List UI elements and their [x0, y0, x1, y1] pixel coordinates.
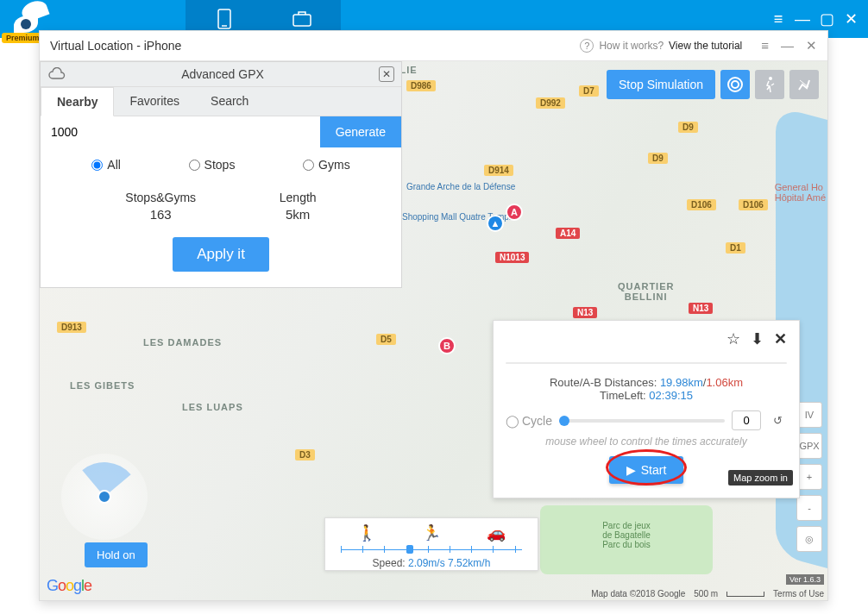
route-mode-icon[interactable] — [789, 70, 819, 99]
speed-mode-icons: 🚶 🏃 🚗 — [334, 523, 529, 542]
road-n13a: N13 — [573, 307, 597, 318]
cycle-slider[interactable] — [559, 419, 725, 423]
map-terms-link[interactable]: Terms of Use — [773, 589, 824, 598]
stop-simulation-button[interactable]: Stop Simulation — [607, 70, 715, 99]
route-close-icon[interactable]: ✕ — [774, 329, 787, 348]
map-copyright: Map data ©2018 Google — [591, 589, 685, 598]
vl-title: Virtual Location - iPhone — [50, 39, 181, 53]
map-pin-current: ▲ — [487, 215, 504, 232]
tab-favorites[interactable]: Favorites — [114, 87, 195, 116]
radio-stops[interactable]: Stops — [189, 158, 236, 172]
label-les-damades: LES DAMADES — [143, 337, 222, 348]
route-distances: Route/A-B Distances: 19.98km/1.06km — [506, 376, 787, 389]
zoom-in-tooltip: Map zoom in — [728, 470, 793, 486]
road-d5: D5 — [376, 334, 396, 345]
road-d9b: D9 — [648, 153, 668, 164]
poi-grande-arche: Grande Arche de la Défense — [406, 182, 515, 191]
tab-nearby[interactable]: Nearby — [41, 87, 114, 116]
version-badge: Ver 1.6.3 — [786, 574, 824, 585]
stopsgyms-label: Stops&Gyms — [125, 191, 196, 204]
top-controls: Stop Simulation — [607, 70, 819, 99]
cycle-row: ◯Cycle ↺ — [506, 410, 787, 430]
vl-menu-icon[interactable]: ≡ — [761, 38, 769, 53]
direction-radar[interactable] — [61, 454, 148, 540]
stopsgyms-value: 163 — [125, 207, 196, 222]
gpx-panel: Advanced GPX ✕ Nearby Favorites Search G… — [40, 61, 402, 288]
virtual-location-window: Virtual Location - iPhone ? How it works… — [39, 30, 828, 601]
vl-help-area: ? How it works? View the tutorial ≡ — ✕ — [580, 38, 817, 53]
cycle-ab-icon[interactable]: ↺ — [768, 414, 787, 427]
gpx-title: Advanced GPX — [66, 67, 379, 81]
road-d3: D3 — [295, 449, 315, 460]
map-park: Parc de jeux de Bagatelle Parc du bois — [540, 505, 713, 574]
app-close-icon[interactable]: ✕ — [839, 0, 863, 38]
svg-rect-2 — [293, 15, 311, 26]
tutorial-link[interactable]: View the tutorial — [669, 40, 742, 52]
road-d913a: D913 — [57, 322, 86, 333]
cycle-input[interactable] — [732, 410, 761, 430]
vl-titlebar: Virtual Location - iPhone ? How it works… — [40, 31, 827, 61]
gpx-button[interactable]: GPX — [796, 433, 822, 459]
walk-icon[interactable]: 🚶 — [357, 523, 376, 542]
road-d106b: D106 — [739, 199, 768, 210]
road-d106a: D106 — [687, 199, 716, 210]
road-d9a: D9 — [678, 122, 698, 133]
recenter-button[interactable]: ◎ — [796, 526, 822, 552]
cycle-hint: mouse wheel to control the times accurat… — [506, 435, 787, 448]
speed-slider[interactable] — [341, 544, 522, 554]
help-text: How it works? — [599, 40, 664, 52]
center-location-icon[interactable] — [720, 70, 750, 99]
road-d992: D992 — [536, 97, 565, 109]
gpx-tabs: Nearby Favorites Search — [41, 87, 401, 116]
start-button[interactable]: ▶ Start — [609, 456, 684, 484]
radio-gyms[interactable]: Gyms — [303, 158, 350, 172]
speed-card: 🚶 🏃 🚗 Speed: 2.09m/s 7.52km/h — [324, 517, 538, 571]
favorite-icon[interactable]: ☆ — [726, 329, 740, 348]
right-toolbox: IV GPX + - ◎ — [796, 402, 822, 552]
download-icon[interactable]: ⬇ — [751, 329, 764, 348]
route-card-actions: ☆ ⬇ ✕ — [506, 329, 787, 348]
radio-all[interactable]: All — [91, 158, 121, 172]
radius-input[interactable] — [41, 116, 320, 147]
zoom-in-button[interactable]: + — [796, 464, 822, 490]
gpx-body: Generate All Stops Gyms Stops&Gyms 163 L… — [41, 116, 401, 287]
length-value: 5km — [280, 207, 317, 222]
walk-mode-icon[interactable] — [755, 70, 784, 99]
vl-close-icon[interactable]: ✕ — [806, 38, 817, 53]
map-pin-a: A — [506, 204, 523, 221]
road-d7: D7 — [579, 85, 599, 97]
map-footer: Map data ©2018 Google 500 m Terms of Use — [591, 589, 824, 598]
cloud-icon — [47, 67, 66, 81]
map-pin-b: B — [438, 337, 456, 354]
park-label: Parc de jeux de Bagatelle Parc du bois — [540, 505, 713, 549]
gpx-close-icon[interactable]: ✕ — [379, 66, 394, 82]
vl-minimize-icon[interactable]: — — [781, 38, 794, 53]
speed-readout: Speed: 2.09m/s 7.52km/h — [334, 557, 529, 569]
route-timeleft: TimeLeft: 02:39:15 — [506, 389, 787, 402]
label-les-luaps: LES LUAPS — [182, 402, 243, 412]
length-label: Length — [280, 191, 317, 204]
gpx-head: Advanced GPX ✕ — [41, 62, 401, 87]
gpx-stats: Stops&Gyms 163 Length 5km — [41, 182, 401, 237]
apply-button[interactable]: Apply it — [173, 237, 269, 272]
route-progress-line — [506, 362, 787, 364]
tab-search[interactable]: Search — [195, 87, 264, 116]
car-icon[interactable]: 🚗 — [487, 523, 506, 542]
hold-on-button[interactable]: Hold on — [85, 542, 148, 567]
road-d986: D986 — [406, 80, 436, 91]
road-n13b: N13 — [689, 303, 713, 314]
zoom-out-button[interactable]: - — [796, 495, 822, 521]
cycle-label: ◯Cycle — [506, 414, 552, 428]
svg-point-11 — [732, 81, 739, 88]
vl-window-controls: ≡ — ✕ — [761, 38, 817, 53]
run-icon[interactable]: 🏃 — [422, 523, 441, 542]
iv-button[interactable]: IV — [796, 402, 822, 428]
generate-button[interactable]: Generate — [320, 116, 401, 147]
road-d914: D914 — [484, 165, 513, 176]
vl-body: Parc de jeux de Bagatelle Parc du bois L… — [40, 61, 827, 600]
svg-point-12 — [728, 78, 742, 91]
help-icon[interactable]: ? — [580, 39, 594, 53]
map-scale-bar — [726, 592, 764, 597]
google-logo: Google — [47, 577, 91, 595]
road-d1: D1 — [726, 242, 745, 254]
